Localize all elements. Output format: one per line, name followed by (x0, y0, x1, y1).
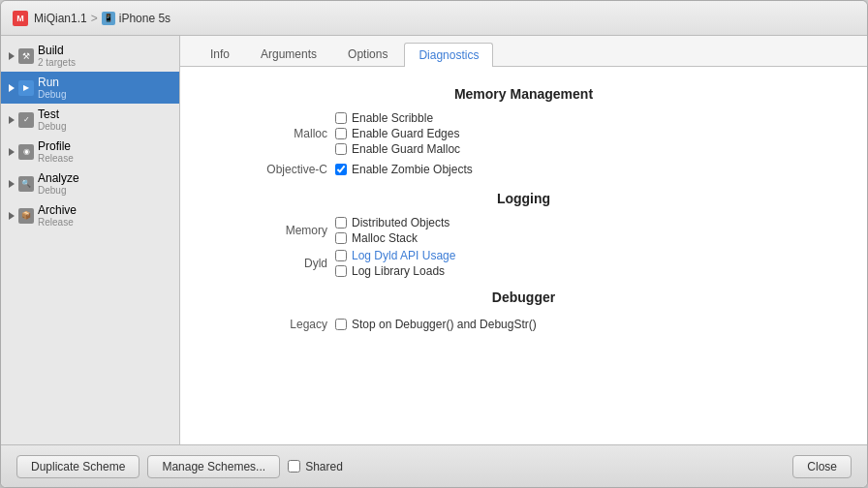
bottom-left: Duplicate Scheme Manage Schemes... Share… (16, 455, 343, 478)
test-sub: Debug (38, 121, 66, 132)
objc-row: Objective-C Enable Zombie Objects (219, 160, 828, 179)
log-dyld-api-checkbox[interactable] (335, 250, 347, 261)
memory-logging-checkboxes: Distributed Objects Malloc Stack (335, 216, 450, 245)
log-library-loads-label: Log Library Loads (352, 264, 445, 278)
test-label: Test (38, 107, 66, 121)
dyld-checkboxes: Log Dyld API Usage Log Library Loads (335, 249, 455, 278)
enable-guard-malloc-label: Enable Guard Malloc (352, 142, 460, 156)
archive-sub: Release (38, 217, 77, 228)
enable-zombie-checkbox[interactable] (335, 164, 347, 175)
archive-expand-icon (9, 212, 15, 220)
shared-checkbox-group: Shared (288, 460, 343, 473)
enable-guard-edges-item: Enable Guard Edges (335, 127, 460, 140)
malloc-row: Malloc Enable Scribble Enable Guard Edge… (219, 111, 828, 156)
profile-label: Profile (38, 139, 74, 153)
profile-icon: ◉ (18, 144, 34, 160)
run-sub: Debug (38, 89, 66, 100)
profile-expand-icon (9, 148, 15, 156)
run-label: Run (38, 76, 66, 89)
close-button[interactable]: Close (792, 455, 852, 478)
enable-zombie-item: Enable Zombie Objects (335, 163, 473, 176)
enable-scribble-label: Enable Scribble (352, 111, 433, 125)
analyze-sub: Debug (38, 185, 79, 196)
malloc-stack-label: Malloc Stack (352, 231, 418, 245)
duplicate-scheme-button[interactable]: Duplicate Scheme (16, 455, 140, 478)
sidebar-item-analyze[interactable]: 🔍 Analyze Debug (1, 168, 179, 199)
run-icon: ▶ (18, 80, 34, 96)
enable-guard-malloc-item: Enable Guard Malloc (335, 142, 460, 156)
legacy-row: Legacy Stop on Debugger() and DebugStr() (219, 315, 828, 334)
device-name: iPhone 5s (119, 12, 170, 25)
stop-on-debugger-item: Stop on Debugger() and DebugStr() (335, 318, 537, 331)
build-sub: 2 targets (38, 57, 76, 68)
legacy-checkboxes: Stop on Debugger() and DebugStr() (335, 318, 537, 331)
content-area: ⚒ Build 2 targets ▶ Run Debug (1, 36, 867, 444)
enable-guard-malloc-checkbox[interactable] (335, 143, 347, 155)
malloc-checkboxes: Enable Scribble Enable Guard Edges Enabl… (335, 111, 460, 156)
archive-icon: 📦 (18, 208, 34, 224)
build-expand-icon (9, 52, 15, 60)
app-name: MiQian1.1 (34, 12, 87, 25)
sidebar-item-profile[interactable]: ◉ Profile Release (1, 136, 179, 168)
profile-sub: Release (38, 153, 74, 164)
build-label: Build (38, 44, 76, 57)
device-icon: 📱 (102, 12, 115, 25)
tab-options[interactable]: Options (333, 42, 402, 66)
sidebar-item-test[interactable]: ✓ Test Debug (1, 104, 179, 136)
distributed-objects-label: Distributed Objects (352, 216, 450, 229)
main-window: M MiQian1.1 > 📱 iPhone 5s ⚒ Build 2 targ… (0, 0, 868, 488)
objc-label: Objective-C (219, 163, 335, 176)
main-panel: Info Arguments Options Diagnostics Memor… (180, 36, 867, 444)
log-library-loads-item: Log Library Loads (335, 264, 455, 278)
diagnostics-content: Memory Management Malloc Enable Scribble… (180, 67, 867, 444)
analyze-icon: 🔍 (18, 176, 34, 192)
tab-info[interactable]: Info (196, 42, 244, 66)
tabs: Info Arguments Options Diagnostics (180, 36, 867, 67)
shared-label: Shared (305, 460, 343, 473)
sidebar-item-run[interactable]: ▶ Run Debug (1, 72, 179, 104)
tab-arguments[interactable]: Arguments (246, 42, 331, 66)
log-library-loads-checkbox[interactable] (335, 265, 347, 277)
enable-guard-edges-checkbox[interactable] (335, 128, 347, 139)
tab-diagnostics[interactable]: Diagnostics (404, 43, 493, 67)
analyze-expand-icon (9, 180, 15, 188)
log-dyld-api-item: Log Dyld API Usage (335, 249, 455, 262)
enable-scribble-item: Enable Scribble (335, 111, 460, 125)
archive-label: Archive (38, 203, 77, 217)
legacy-label: Legacy (219, 318, 335, 331)
run-expand-icon (9, 84, 15, 92)
title-separator: > (91, 12, 98, 25)
debugger-section-title: Debugger (219, 290, 828, 305)
malloc-stack-item: Malloc Stack (335, 231, 450, 245)
manage-schemes-button[interactable]: Manage Schemes... (147, 455, 280, 478)
bottom-right: Close (792, 455, 852, 478)
titlebar: M MiQian1.1 > 📱 iPhone 5s (1, 1, 867, 36)
malloc-label: Malloc (219, 127, 335, 140)
shared-checkbox[interactable] (288, 460, 300, 473)
dyld-label: Dyld (219, 257, 335, 270)
sidebar-item-build[interactable]: ⚒ Build 2 targets (1, 40, 179, 72)
distributed-objects-item: Distributed Objects (335, 216, 450, 229)
stop-on-debugger-checkbox[interactable] (335, 319, 347, 330)
sidebar: ⚒ Build 2 targets ▶ Run Debug (1, 36, 180, 444)
objc-checkboxes: Enable Zombie Objects (335, 163, 473, 176)
malloc-stack-checkbox[interactable] (335, 232, 347, 244)
distributed-objects-checkbox[interactable] (335, 217, 347, 229)
log-dyld-api-label[interactable]: Log Dyld API Usage (352, 249, 455, 262)
memory-logging-row: Memory Distributed Objects Malloc Stack (219, 216, 828, 245)
bottom-bar: Duplicate Scheme Manage Schemes... Share… (1, 444, 867, 487)
app-icon: M (13, 11, 28, 26)
test-icon: ✓ (18, 112, 34, 128)
memory-section-title: Memory Management (219, 86, 828, 102)
dyld-row: Dyld Log Dyld API Usage Log Library Load… (219, 249, 828, 278)
enable-guard-edges-label: Enable Guard Edges (352, 127, 459, 140)
memory-logging-label: Memory (219, 224, 335, 237)
build-icon: ⚒ (18, 48, 34, 64)
enable-zombie-label: Enable Zombie Objects (352, 163, 473, 176)
enable-scribble-checkbox[interactable] (335, 112, 347, 124)
stop-on-debugger-label: Stop on Debugger() and DebugStr() (352, 318, 537, 331)
test-expand-icon (9, 116, 15, 124)
analyze-label: Analyze (38, 171, 79, 185)
logging-section-title: Logging (219, 191, 828, 206)
sidebar-item-archive[interactable]: 📦 Archive Release (1, 199, 179, 231)
